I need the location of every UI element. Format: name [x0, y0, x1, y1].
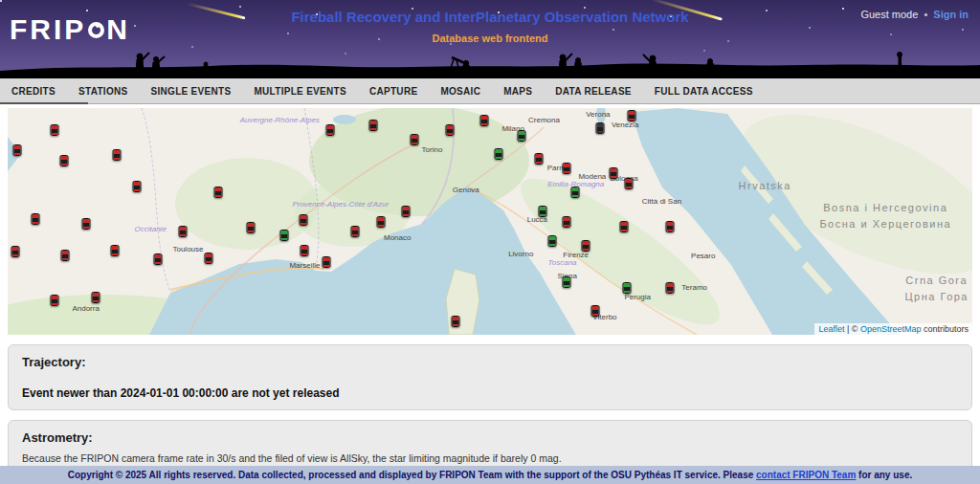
nav-item-single-events[interactable]: SINGLE EVENTS	[150, 86, 231, 97]
station-marker-red[interactable]	[402, 206, 411, 217]
station-marker-red[interactable]	[625, 178, 634, 189]
station-marker-green[interactable]	[623, 282, 632, 294]
sign-in-link[interactable]: Sign in	[933, 9, 969, 20]
station-marker-red[interactable]	[350, 226, 359, 237]
auth-separator: •	[924, 9, 927, 20]
astrometry-heading: Astrometry:	[22, 430, 958, 445]
station-marker-red[interactable]	[369, 120, 378, 131]
station-marker-red[interactable]	[91, 292, 100, 303]
station-marker-red[interactable]	[325, 124, 334, 136]
trajectory-panel: Trajectory: Event newer than 2024-01-01 …	[8, 344, 972, 410]
station-marker-red[interactable]	[61, 250, 70, 261]
osm-link[interactable]: OpenStreetMap	[860, 324, 922, 334]
station-marker-red[interactable]	[213, 187, 222, 198]
trajectory-message: Event newer than 2024-01-01 00:00:00 are…	[22, 386, 958, 400]
trajectory-heading: Trajectory:	[22, 355, 958, 369]
station-marker-red[interactable]	[581, 240, 590, 252]
stations-map[interactable]: ToulouseAndorraMonacoMarseilleGenovaTori…	[8, 108, 972, 335]
horizon-silhouette	[0, 52, 980, 78]
station-marker-green[interactable]	[547, 235, 556, 247]
auth-area: Guest mode • Sign in	[860, 9, 969, 20]
station-marker-red[interactable]	[451, 316, 459, 327]
station-marker-red[interactable]	[666, 282, 675, 294]
nav-active-indicator	[0, 102, 88, 104]
station-marker-red[interactable]	[411, 134, 419, 145]
map-marker-layer	[8, 108, 972, 335]
station-marker-red[interactable]	[11, 246, 20, 257]
footer: Copyright © 2025 All rights reserved. Da…	[0, 466, 980, 484]
main-nav-items: CREDITSSTATIONSSINGLE EVENTSMULTIPLE EVE…	[11, 86, 753, 97]
main-nav: CREDITSSTATIONSSINGLE EVENTSMULTIPLE EVE…	[0, 78, 980, 104]
station-marker-red[interactable]	[322, 256, 330, 268]
nav-item-maps[interactable]: MAPS	[503, 86, 532, 97]
site-header: FRIPN Fireball Recovery and InterPlaneta…	[0, 0, 980, 78]
station-marker-red[interactable]	[479, 115, 488, 126]
station-marker-green[interactable]	[562, 276, 570, 288]
station-marker-red[interactable]	[300, 214, 308, 226]
nav-item-credits[interactable]: CREDITS	[11, 86, 56, 97]
station-marker-red[interactable]	[60, 155, 69, 166]
attribution-separator: | ©	[844, 324, 859, 334]
nav-item-data-release[interactable]: DATA RELEASE	[555, 86, 632, 97]
station-marker-green[interactable]	[495, 148, 503, 160]
station-marker-red[interactable]	[562, 163, 570, 174]
station-marker-red[interactable]	[133, 181, 142, 192]
copyright-suffix: for any use.	[856, 470, 912, 480]
leaflet-link[interactable]: Leaflet	[818, 324, 844, 334]
station-marker-red[interactable]	[301, 245, 309, 256]
station-marker-red[interactable]	[562, 216, 570, 228]
stars-decoration	[0, 0, 2, 2]
nav-item-stations[interactable]: STATIONS	[78, 86, 127, 97]
page-subtitle: Database web frontend	[0, 33, 980, 44]
station-marker-red[interactable]	[247, 222, 256, 233]
station-marker-red[interactable]	[535, 153, 544, 165]
station-marker-red[interactable]	[610, 167, 618, 179]
nav-item-mosaic[interactable]: MOSAIC	[440, 86, 480, 97]
station-marker-red[interactable]	[51, 124, 59, 136]
copyright-text: Copyright © 2025 All rights reserved. Da…	[68, 470, 756, 480]
nav-item-capture[interactable]: CAPTURE	[369, 86, 417, 97]
station-marker-green[interactable]	[518, 130, 526, 142]
station-marker-dark[interactable]	[595, 122, 604, 134]
attribution-suffix: contributors	[921, 324, 969, 334]
guest-mode-label: Guest mode	[860, 9, 918, 20]
station-marker-red[interactable]	[51, 295, 59, 306]
station-marker-red[interactable]	[112, 149, 121, 161]
astrometry-message: Because the FRIPON camera frame rate in …	[22, 452, 958, 464]
map-attribution: Leaflet | © OpenStreetMap contributors	[814, 323, 972, 335]
station-marker-red[interactable]	[13, 144, 22, 156]
station-marker-red[interactable]	[666, 221, 675, 232]
nav-item-full-data-access[interactable]: FULL DATA ACCESS	[655, 86, 753, 97]
header-titles: Fireball Recovery and InterPlanetary Obs…	[0, 9, 980, 44]
station-marker-red[interactable]	[81, 218, 90, 230]
station-marker-red[interactable]	[628, 110, 636, 121]
contact-link[interactable]: contact FRIPON Team	[756, 470, 856, 480]
station-marker-red[interactable]	[590, 305, 599, 317]
station-marker-red[interactable]	[154, 253, 163, 265]
station-marker-green[interactable]	[570, 187, 579, 198]
station-marker-green[interactable]	[539, 206, 547, 217]
nav-item-multiple-events[interactable]: MULTIPLE EVENTS	[254, 86, 346, 97]
station-marker-red[interactable]	[32, 213, 40, 225]
page-title: Fireball Recovery and InterPlanetary Obs…	[0, 9, 980, 25]
station-marker-red[interactable]	[377, 216, 386, 228]
station-marker-red[interactable]	[445, 124, 454, 136]
station-marker-red[interactable]	[179, 226, 188, 237]
station-marker-red[interactable]	[204, 253, 212, 264]
station-marker-green[interactable]	[280, 230, 289, 241]
station-marker-red[interactable]	[620, 221, 629, 232]
station-marker-red[interactable]	[110, 245, 119, 256]
